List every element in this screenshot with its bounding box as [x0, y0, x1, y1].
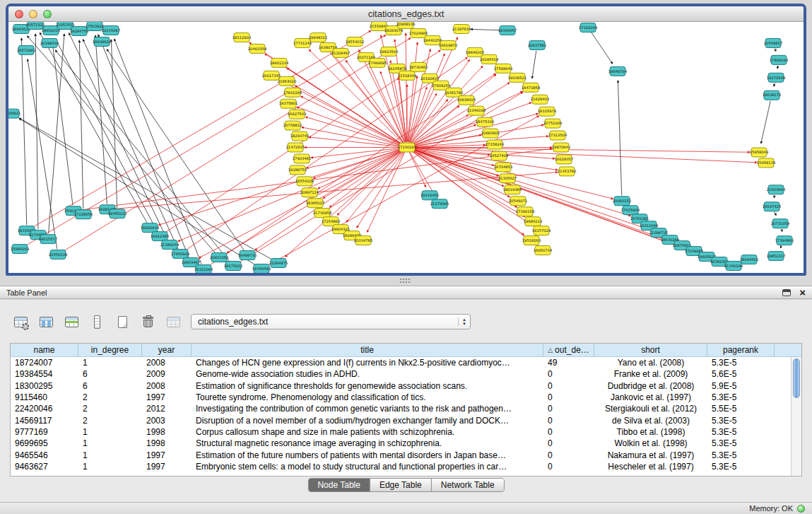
graph-node[interactable]: 20546071 [509, 197, 527, 206]
network-canvas[interactable]: 1684302120571322186520142105743319284756… [8, 22, 804, 273]
cell-in_degree[interactable]: 2 [78, 416, 142, 426]
graph-node[interactable]: 20908136 [396, 22, 415, 28]
cell-pagerank[interactable]: 5.3E-5 [707, 427, 775, 437]
graph-node[interactable]: 19286753 [288, 165, 307, 175]
graph-node[interactable]: 19852317 [767, 252, 785, 261]
graph-node[interactable]: 19948312 [309, 33, 327, 42]
graph-node[interactable]: 17903481 [293, 154, 311, 163]
graph-node[interactable]: 22145067 [102, 25, 120, 35]
cell-title[interactable]: Estimation of the future numbers of pati… [192, 450, 543, 460]
cell-short[interactable]: Yano et al. (2008) [594, 358, 707, 368]
cell-year[interactable]: 2008 [142, 358, 192, 368]
cell-pagerank[interactable]: 5.3E-5 [707, 416, 775, 426]
graph-node[interactable]: 18475330 [476, 117, 494, 127]
cell-out_degree[interactable]: 49 [543, 358, 594, 368]
cell-in_degree[interactable]: 2 [78, 404, 142, 414]
graph-node[interactable]: 20683901 [481, 129, 500, 138]
graph-node[interactable]: 21628403 [531, 95, 549, 104]
cell-in_degree[interactable]: 1 [78, 462, 142, 472]
graph-node[interactable]: 19684210 [524, 217, 542, 226]
graph-node[interactable]: 17240163 [398, 143, 416, 152]
graph-node[interactable]: 17158246 [486, 140, 504, 149]
graph-node[interactable]: 21209467 [331, 48, 350, 57]
graph-node[interactable]: 17162049 [579, 23, 597, 32]
graph-node[interactable]: 20450138 [49, 250, 67, 259]
row-height-icon[interactable] [88, 313, 107, 331]
graph-node[interactable]: 21503694 [767, 185, 786, 194]
cell-pagerank[interactable]: 5.6E-5 [707, 369, 775, 379]
cell-title[interactable]: Changes of HCN gene expression and I(f) … [192, 358, 543, 368]
show-columns-icon[interactable] [37, 313, 56, 331]
graph-node[interactable]: 21730958 [313, 209, 331, 218]
graph-node[interactable]: 17842266 [283, 88, 302, 97]
graph-node[interactable]: 21305627 [498, 174, 517, 183]
cell-title[interactable]: Estimation of significance thresholds fo… [192, 381, 543, 391]
cell-short[interactable]: Franke et al. (2009) [594, 369, 707, 379]
graph-node[interactable]: 18936620 [93, 37, 111, 46]
graph-node[interactable]: 16912385 [151, 232, 169, 241]
graph-node[interactable]: 16838425 [457, 95, 476, 105]
graph-node[interactable]: 18094562 [740, 255, 758, 264]
select-all-rows-icon[interactable] [62, 313, 81, 331]
cell-short[interactable]: Nakamura et al. (1997) [594, 450, 707, 460]
cell-short[interactable]: Jankovic et al. (1997) [594, 392, 707, 402]
graph-node[interactable]: 20752269 [543, 119, 562, 128]
graph-node[interactable]: 20463358 [248, 44, 266, 53]
panel-resize-handle[interactable] [400, 279, 410, 283]
table-row[interactable]: 1830029562008Estimation of significance … [11, 380, 791, 392]
graph-node[interactable]: 18260634 [141, 223, 160, 233]
graph-node[interactable]: 15958136 [757, 158, 775, 168]
graph-node[interactable]: 18648794 [608, 66, 628, 76]
batch-edit-table-icon[interactable] [11, 313, 30, 331]
column-header-in_degree[interactable]: in_degree [78, 344, 142, 356]
cell-year[interactable]: 1998 [142, 427, 192, 437]
float-panel-icon[interactable] [782, 289, 791, 296]
graph-node[interactable]: 20334785 [354, 236, 372, 245]
cell-name[interactable]: 9115460 [11, 392, 78, 402]
cell-short[interactable]: Dudbridge et al. (2008) [594, 381, 707, 391]
close-window-button[interactable] [15, 10, 23, 18]
graph-node[interactable]: 17228056 [74, 210, 93, 219]
cell-in_degree[interactable]: 1 [78, 450, 142, 460]
cell-pagerank[interactable]: 5.5E-5 [707, 404, 775, 414]
cell-in_degree[interactable]: 1 [78, 438, 142, 448]
graph-node[interactable]: 17313504 [548, 131, 567, 140]
graph-node[interactable]: 20606821 [8, 109, 20, 118]
window-titlebar[interactable]: citations_edges.txt [8, 6, 804, 22]
cell-name[interactable]: 9777169 [11, 427, 78, 437]
graph-node[interactable]: 18167425 [763, 202, 781, 211]
network-select-combobox[interactable]: citations_edges.txt ▲▼ [191, 314, 471, 329]
graph-node[interactable]: 19518263 [522, 236, 541, 245]
graph-node[interactable]: 19270548 [767, 73, 785, 82]
cell-name[interactable]: 14569117 [11, 416, 78, 426]
graph-node[interactable]: 20637581 [528, 40, 546, 49]
cell-pagerank[interactable]: 5.3E-5 [707, 438, 775, 448]
graph-node[interactable]: 21340196 [724, 262, 743, 271]
graph-node[interactable]: 16157029 [532, 226, 551, 235]
cell-year[interactable]: 2009 [142, 369, 192, 379]
graph-node[interactable]: 20295418 [480, 54, 498, 64]
graph-node[interactable]: 19036521 [508, 73, 526, 82]
graph-node[interactable]: 16473858 [522, 83, 540, 92]
table-row[interactable]: 1456911722003Disruption of a novel membe… [11, 414, 791, 426]
table-row[interactable]: 969969511998Structural magnetic resonanc… [11, 438, 791, 449]
cell-out_degree[interactable]: 0 [543, 462, 594, 472]
cell-in_degree[interactable]: 1 [78, 427, 142, 437]
vertical-scrollbar[interactable] [791, 357, 801, 476]
cell-title[interactable]: Investigating the contribution of common… [192, 404, 543, 414]
graph-node[interactable]: 16638172 [763, 90, 781, 100]
column-header-out_degree[interactable]: △out_de… [543, 344, 594, 356]
graph-node[interactable]: 16554208 [295, 177, 314, 186]
cell-title[interactable]: Genome-wide association studies in ADHD. [192, 369, 543, 379]
cell-year[interactable]: 2012 [142, 404, 192, 414]
graph-node[interactable]: 15321094 [194, 265, 213, 273]
cell-name[interactable]: 9699695 [11, 438, 78, 448]
graph-node[interactable]: 20549817 [764, 38, 782, 47]
zoom-window-button[interactable] [43, 10, 52, 18]
graph-node[interactable]: 18019384 [503, 185, 522, 194]
graph-node[interactable]: 18293740 [290, 132, 309, 141]
table-row[interactable]: 1872400712008Changes of HCN gene express… [11, 357, 791, 368]
graph-node[interactable]: 18105976 [538, 107, 556, 116]
cell-out_degree[interactable]: 0 [543, 381, 594, 391]
graph-node[interactable]: 17425906 [621, 206, 640, 215]
